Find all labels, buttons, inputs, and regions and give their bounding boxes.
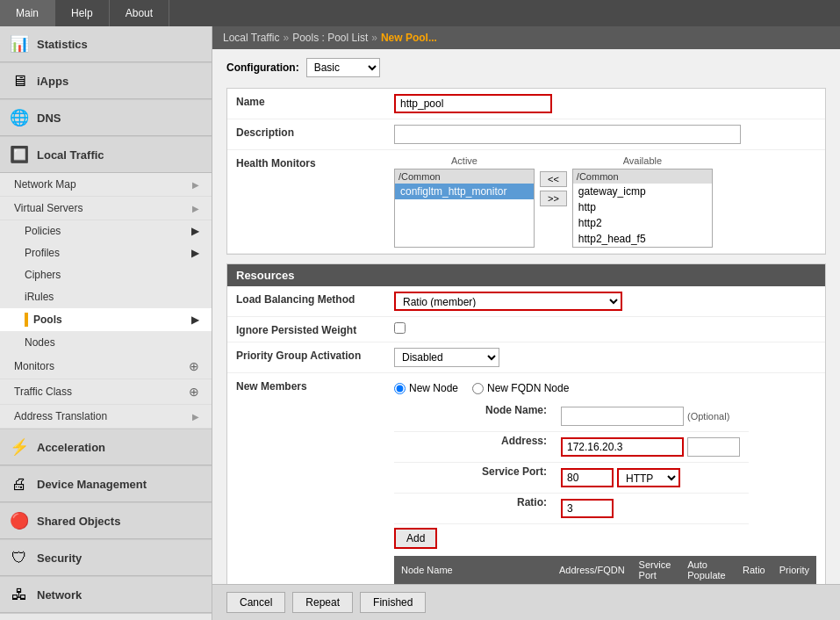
sidebar-label-ciphers: Ciphers <box>25 269 61 281</box>
localtraffic-icon: 🔲 <box>9 144 30 165</box>
sidebar-section-dns: 🌐 DNS <box>0 100 212 137</box>
name-input[interactable] <box>394 94 552 113</box>
repeat-button[interactable]: Repeat <box>292 592 353 613</box>
form-section-main: Name Description Health Monitors <box>226 88 826 255</box>
nodename-cell: (Optional) <box>552 401 749 432</box>
trafficclass-expand-icon: ⊕ <box>189 385 199 399</box>
sidebar-label-security: Security <box>37 552 82 565</box>
sidebar-item-statistics[interactable]: 📊 Statistics <box>0 26 212 62</box>
address-cell <box>552 432 749 463</box>
virtualservers-arrow-icon: ▶ <box>192 204 199 213</box>
desc-input[interactable] <box>394 125 741 144</box>
monitors-expand-icon: ⊕ <box>189 359 199 373</box>
sidebar-label-acceleration: Acceleration <box>37 441 105 454</box>
monitor-item-avail-3[interactable]: http2_head_f5 <box>573 231 712 247</box>
name-cell <box>385 89 825 119</box>
sidebar-item-devicemgmt[interactable]: 🖨 Device Management <box>0 466 212 502</box>
sidebar-item-virtualservers[interactable]: Virtual Servers ▶ <box>0 197 212 220</box>
nodename-label: Node Name: <box>394 401 552 432</box>
active-monitors-list[interactable]: /Common configltm_http_monitor <box>394 169 535 248</box>
serviceport-row: Service Port: HTTP HTTPS FTP <box>394 463 749 494</box>
nodename-row-inner: (Optional) <box>561 407 740 426</box>
sidebar-item-acceleration[interactable]: ⚡ Acceleration <box>0 429 212 465</box>
sidebar-label-trafficclass: Traffic Class <box>14 386 72 398</box>
members-table-head: Node Name Address/FQDN Service Port Auto… <box>394 556 816 584</box>
serviceport-select[interactable]: HTTP HTTPS FTP SMTP <box>617 468 680 487</box>
sidebar-section-network: 🖧 Network <box>0 577 212 614</box>
address-suffix-input[interactable] <box>687 437 740 457</box>
resources-header: Resources <box>227 264 825 286</box>
add-member-button[interactable]: Add <box>394 528 437 549</box>
tab-main[interactable]: Main <box>0 0 55 26</box>
sidebar-item-monitors[interactable]: Monitors ⊕ <box>0 354 212 379</box>
sidebar-item-ciphers[interactable]: Ciphers <box>0 264 212 286</box>
sidebar-item-iapps[interactable]: 🖥 iApps <box>0 63 212 99</box>
sidebar-item-security[interactable]: 🛡 Security <box>0 540 212 576</box>
monitor-item-avail-2[interactable]: http2 <box>573 215 712 231</box>
sidebar-item-networkmap[interactable]: Network Map ▶ <box>0 173 212 197</box>
prioritygroup-cell: Disabled Enabled <box>385 342 825 373</box>
sidebar-label-iapps: iApps <box>37 75 68 88</box>
sidebar-label-policies: Policies <box>25 225 61 237</box>
config-select[interactable]: Basic Advanced <box>306 58 380 77</box>
breadcrumb-poollist[interactable]: Pools : Pool List <box>292 32 368 44</box>
pool-active-indicator <box>25 313 28 327</box>
tab-about[interactable]: About <box>110 0 169 26</box>
sidebar-label-monitors: Monitors <box>14 360 54 372</box>
available-group: /Common <box>573 169 712 184</box>
sidebar-item-dns[interactable]: 🌐 DNS <box>0 100 212 136</box>
sidebar-item-irules[interactable]: iRules <box>0 286 212 308</box>
devicemgmt-icon: 🖨 <box>9 473 30 494</box>
finished-button[interactable]: Finished <box>360 592 426 613</box>
ignorepersist-checkbox[interactable] <box>394 322 406 334</box>
sidebar-item-policies[interactable]: Policies ▶ <box>0 220 212 242</box>
config-row: Configuration: Basic Advanced <box>226 58 826 77</box>
monitor-item-avail-0[interactable]: gateway_icmp <box>573 184 712 199</box>
prioritygroup-select[interactable]: Disabled Enabled <box>394 348 499 367</box>
available-monitors-list[interactable]: /Common gateway_icmp http http2 http2_he… <box>572 169 713 248</box>
sidebar-item-trafficclass[interactable]: Traffic Class ⊕ <box>0 379 212 405</box>
desc-label: Description <box>227 119 385 150</box>
nodename-input[interactable] <box>561 407 684 426</box>
radio-newnode[interactable] <box>394 383 406 394</box>
security-icon: 🛡 <box>9 547 30 568</box>
sidebar-item-sharedobjects[interactable]: 🔴 Shared Objects <box>0 503 212 539</box>
col-ratio: Ratio <box>736 556 772 584</box>
sidebar-label-profiles: Profiles <box>25 247 60 259</box>
address-input[interactable] <box>561 437 684 457</box>
monitor-item-avail-1[interactable]: http <box>573 199 712 215</box>
serviceport-input[interactable] <box>561 468 614 487</box>
nodename-row: Node Name: (Optional) <box>394 401 749 432</box>
prioritygroup-row: Priority Group Activation Disabled Enabl… <box>227 342 825 373</box>
ignorepersist-label: Ignore Persisted Weight <box>227 317 385 342</box>
sidebar-item-nodes[interactable]: Nodes <box>0 332 212 354</box>
healthmonitors-label: Health Monitors <box>227 150 385 254</box>
breadcrumb-sep1: » <box>283 32 289 44</box>
sharedobjects-icon: 🔴 <box>9 510 30 531</box>
config-label: Configuration: <box>226 61 299 74</box>
sidebar-item-addresstranslation[interactable]: Address Translation ▶ <box>0 405 212 429</box>
radio-newfqdn[interactable] <box>472 383 484 394</box>
lbmethod-select[interactable]: Ratio (member) Round Robin Least Connect… <box>394 292 622 311</box>
col-address: Address/FQDN <box>552 556 632 584</box>
newmembers-label: New Members <box>227 373 385 585</box>
monitor-item-active-0[interactable]: configltm_http_monitor <box>395 184 534 199</box>
sidebar-label-nodes: Nodes <box>25 336 55 349</box>
move-right-button[interactable]: >> <box>540 191 567 206</box>
resources-section: Resources Load Balancing Method Ratio (m… <box>226 263 826 584</box>
sidebar-item-network[interactable]: 🖧 Network <box>0 577 212 613</box>
tab-help[interactable]: Help <box>55 0 110 26</box>
col-priority: Priority <box>772 556 816 584</box>
breadcrumb-localtraffic[interactable]: Local Traffic <box>223 32 279 44</box>
healthmonitors-row: Health Monitors Active /Common configltm… <box>227 150 825 254</box>
sidebar-item-localtraffic[interactable]: 🔲 Local Traffic <box>0 137 212 173</box>
sidebar-item-profiles[interactable]: Profiles ▶ <box>0 242 212 264</box>
lbmethod-label: Load Balancing Method <box>227 286 385 317</box>
desc-row: Description <box>227 119 825 150</box>
sidebar-item-pools[interactable]: Pools ▶ <box>0 308 212 332</box>
ratio-input[interactable] <box>561 499 614 518</box>
dns-icon: 🌐 <box>9 107 30 128</box>
cancel-button[interactable]: Cancel <box>226 592 285 613</box>
move-left-button[interactable]: << <box>540 171 567 187</box>
col-nodename: Node Name <box>394 556 552 584</box>
